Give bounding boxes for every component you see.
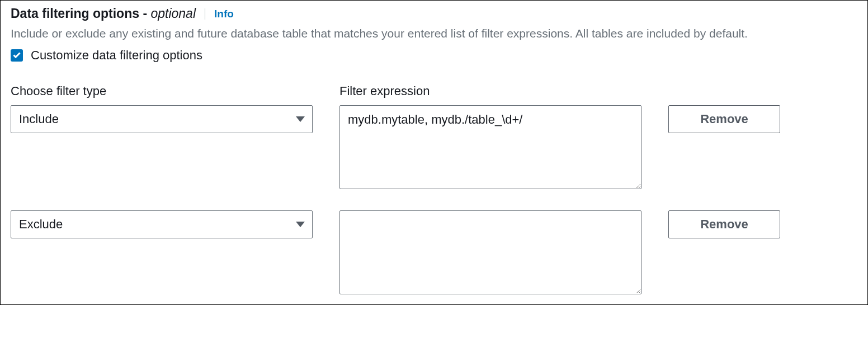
column-headers: Choose filter type Filter expression (11, 84, 857, 98)
filter-row: Exclude Remove (11, 210, 857, 294)
panel-title: Data filtering options - optional (11, 6, 196, 21)
filter-expression-header: Filter expression (339, 84, 430, 98)
remove-button-label: Remove (700, 217, 748, 232)
vertical-divider (205, 8, 205, 20)
panel-title-optional: optional (150, 6, 196, 21)
panel-description: Include or exclude any existing and futu… (11, 25, 850, 43)
filter-type-value: Include (19, 112, 59, 126)
panel-title-text: Data filtering options - (11, 6, 150, 21)
remove-button[interactable]: Remove (668, 105, 780, 133)
filter-expression-input[interactable] (339, 210, 641, 294)
filter-rows-block: Choose filter type Filter expression Inc… (11, 84, 857, 294)
customize-checkbox-row: Customize data filtering options (11, 48, 857, 63)
filter-type-select[interactable]: Exclude (11, 210, 313, 238)
filter-type-value: Exclude (19, 217, 63, 232)
customize-checkbox[interactable] (11, 49, 23, 62)
checkmark-icon (13, 52, 21, 58)
filter-type-header: Choose filter type (11, 84, 106, 98)
filter-row: Include Remove (11, 105, 857, 189)
filter-type-select[interactable]: Include (11, 105, 313, 133)
remove-button-label: Remove (700, 112, 748, 126)
filter-expression-input[interactable] (339, 105, 641, 189)
panel-header: Data filtering options - optional Info (11, 6, 857, 21)
info-link[interactable]: Info (214, 8, 234, 20)
customize-checkbox-label: Customize data filtering options (31, 48, 202, 63)
remove-button[interactable]: Remove (668, 210, 780, 238)
data-filtering-panel: Data filtering options - optional Info I… (0, 0, 868, 305)
